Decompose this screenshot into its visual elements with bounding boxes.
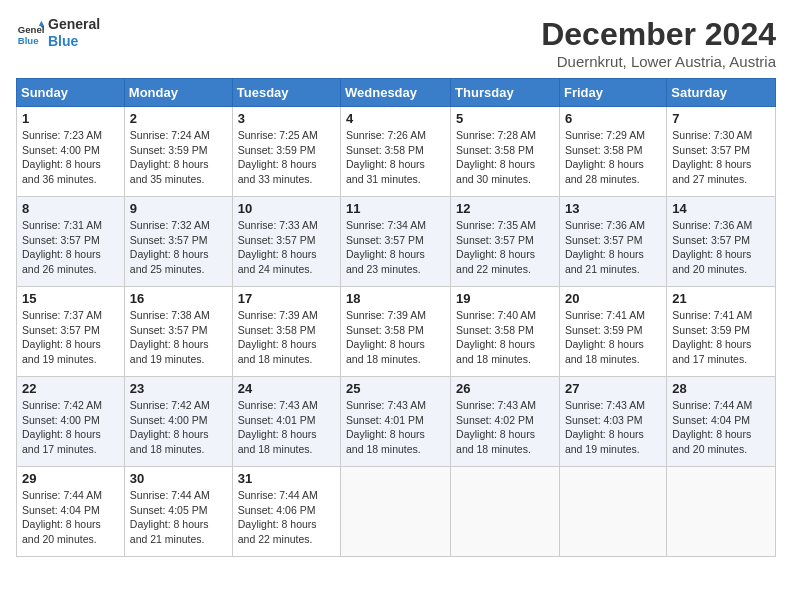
location-title: Duernkrut, Lower Austria, Austria [541, 53, 776, 70]
calendar-cell: 27Sunrise: 7:43 AMSunset: 4:03 PMDayligh… [559, 377, 666, 467]
day-number: 20 [565, 291, 661, 306]
logo-icon: General Blue [16, 19, 44, 47]
day-number: 23 [130, 381, 227, 396]
day-info: Sunrise: 7:23 AMSunset: 4:00 PMDaylight:… [22, 128, 119, 187]
day-info: Sunrise: 7:44 AMSunset: 4:06 PMDaylight:… [238, 488, 335, 547]
day-number: 28 [672, 381, 770, 396]
calendar-cell: 8Sunrise: 7:31 AMSunset: 3:57 PMDaylight… [17, 197, 125, 287]
calendar-cell: 6Sunrise: 7:29 AMSunset: 3:58 PMDaylight… [559, 107, 666, 197]
day-info: Sunrise: 7:39 AMSunset: 3:58 PMDaylight:… [346, 308, 445, 367]
day-info: Sunrise: 7:31 AMSunset: 3:57 PMDaylight:… [22, 218, 119, 277]
calendar-cell: 29Sunrise: 7:44 AMSunset: 4:04 PMDayligh… [17, 467, 125, 557]
calendar-cell: 24Sunrise: 7:43 AMSunset: 4:01 PMDayligh… [232, 377, 340, 467]
calendar-cell: 11Sunrise: 7:34 AMSunset: 3:57 PMDayligh… [341, 197, 451, 287]
day-info: Sunrise: 7:26 AMSunset: 3:58 PMDaylight:… [346, 128, 445, 187]
week-row-4: 22Sunrise: 7:42 AMSunset: 4:00 PMDayligh… [17, 377, 776, 467]
calendar-cell [341, 467, 451, 557]
day-number: 30 [130, 471, 227, 486]
calendar-cell: 10Sunrise: 7:33 AMSunset: 3:57 PMDayligh… [232, 197, 340, 287]
calendar-cell: 5Sunrise: 7:28 AMSunset: 3:58 PMDaylight… [451, 107, 560, 197]
day-number: 8 [22, 201, 119, 216]
day-number: 13 [565, 201, 661, 216]
calendar-cell [667, 467, 776, 557]
day-number: 3 [238, 111, 335, 126]
calendar-cell: 31Sunrise: 7:44 AMSunset: 4:06 PMDayligh… [232, 467, 340, 557]
weekday-header-row: SundayMondayTuesdayWednesdayThursdayFrid… [17, 79, 776, 107]
calendar-cell: 21Sunrise: 7:41 AMSunset: 3:59 PMDayligh… [667, 287, 776, 377]
week-row-3: 15Sunrise: 7:37 AMSunset: 3:57 PMDayligh… [17, 287, 776, 377]
day-info: Sunrise: 7:43 AMSunset: 4:01 PMDaylight:… [346, 398, 445, 457]
calendar-cell: 7Sunrise: 7:30 AMSunset: 3:57 PMDaylight… [667, 107, 776, 197]
weekday-header-monday: Monday [124, 79, 232, 107]
weekday-header-wednesday: Wednesday [341, 79, 451, 107]
day-info: Sunrise: 7:33 AMSunset: 3:57 PMDaylight:… [238, 218, 335, 277]
logo: General Blue General Blue [16, 16, 100, 50]
day-number: 7 [672, 111, 770, 126]
day-info: Sunrise: 7:36 AMSunset: 3:57 PMDaylight:… [672, 218, 770, 277]
calendar-cell: 16Sunrise: 7:38 AMSunset: 3:57 PMDayligh… [124, 287, 232, 377]
day-info: Sunrise: 7:30 AMSunset: 3:57 PMDaylight:… [672, 128, 770, 187]
calendar-cell: 30Sunrise: 7:44 AMSunset: 4:05 PMDayligh… [124, 467, 232, 557]
day-number: 19 [456, 291, 554, 306]
day-number: 14 [672, 201, 770, 216]
day-number: 18 [346, 291, 445, 306]
day-number: 4 [346, 111, 445, 126]
day-number: 22 [22, 381, 119, 396]
day-info: Sunrise: 7:42 AMSunset: 4:00 PMDaylight:… [22, 398, 119, 457]
week-row-5: 29Sunrise: 7:44 AMSunset: 4:04 PMDayligh… [17, 467, 776, 557]
calendar-cell: 22Sunrise: 7:42 AMSunset: 4:00 PMDayligh… [17, 377, 125, 467]
day-number: 25 [346, 381, 445, 396]
day-info: Sunrise: 7:44 AMSunset: 4:04 PMDaylight:… [672, 398, 770, 457]
calendar-cell: 4Sunrise: 7:26 AMSunset: 3:58 PMDaylight… [341, 107, 451, 197]
day-number: 27 [565, 381, 661, 396]
calendar-cell: 13Sunrise: 7:36 AMSunset: 3:57 PMDayligh… [559, 197, 666, 287]
day-number: 5 [456, 111, 554, 126]
calendar-cell: 26Sunrise: 7:43 AMSunset: 4:02 PMDayligh… [451, 377, 560, 467]
day-info: Sunrise: 7:41 AMSunset: 3:59 PMDaylight:… [672, 308, 770, 367]
day-number: 9 [130, 201, 227, 216]
day-number: 29 [22, 471, 119, 486]
weekday-header-thursday: Thursday [451, 79, 560, 107]
svg-text:Blue: Blue [18, 34, 39, 45]
calendar-table: SundayMondayTuesdayWednesdayThursdayFrid… [16, 78, 776, 557]
calendar-cell: 23Sunrise: 7:42 AMSunset: 4:00 PMDayligh… [124, 377, 232, 467]
day-info: Sunrise: 7:32 AMSunset: 3:57 PMDaylight:… [130, 218, 227, 277]
day-number: 2 [130, 111, 227, 126]
day-info: Sunrise: 7:43 AMSunset: 4:03 PMDaylight:… [565, 398, 661, 457]
day-info: Sunrise: 7:37 AMSunset: 3:57 PMDaylight:… [22, 308, 119, 367]
day-info: Sunrise: 7:42 AMSunset: 4:00 PMDaylight:… [130, 398, 227, 457]
header: General Blue General Blue December 2024 … [16, 16, 776, 70]
day-info: Sunrise: 7:34 AMSunset: 3:57 PMDaylight:… [346, 218, 445, 277]
calendar-cell: 9Sunrise: 7:32 AMSunset: 3:57 PMDaylight… [124, 197, 232, 287]
day-info: Sunrise: 7:40 AMSunset: 3:58 PMDaylight:… [456, 308, 554, 367]
day-info: Sunrise: 7:39 AMSunset: 3:58 PMDaylight:… [238, 308, 335, 367]
calendar-cell: 19Sunrise: 7:40 AMSunset: 3:58 PMDayligh… [451, 287, 560, 377]
calendar-cell: 14Sunrise: 7:36 AMSunset: 3:57 PMDayligh… [667, 197, 776, 287]
calendar-cell: 18Sunrise: 7:39 AMSunset: 3:58 PMDayligh… [341, 287, 451, 377]
day-number: 12 [456, 201, 554, 216]
calendar-cell: 28Sunrise: 7:44 AMSunset: 4:04 PMDayligh… [667, 377, 776, 467]
day-info: Sunrise: 7:43 AMSunset: 4:02 PMDaylight:… [456, 398, 554, 457]
weekday-header-tuesday: Tuesday [232, 79, 340, 107]
month-title: December 2024 [541, 16, 776, 53]
day-info: Sunrise: 7:38 AMSunset: 3:57 PMDaylight:… [130, 308, 227, 367]
calendar-cell: 17Sunrise: 7:39 AMSunset: 3:58 PMDayligh… [232, 287, 340, 377]
calendar-cell: 2Sunrise: 7:24 AMSunset: 3:59 PMDaylight… [124, 107, 232, 197]
day-info: Sunrise: 7:41 AMSunset: 3:59 PMDaylight:… [565, 308, 661, 367]
day-number: 31 [238, 471, 335, 486]
day-info: Sunrise: 7:35 AMSunset: 3:57 PMDaylight:… [456, 218, 554, 277]
day-info: Sunrise: 7:44 AMSunset: 4:04 PMDaylight:… [22, 488, 119, 547]
calendar-cell: 12Sunrise: 7:35 AMSunset: 3:57 PMDayligh… [451, 197, 560, 287]
week-row-2: 8Sunrise: 7:31 AMSunset: 3:57 PMDaylight… [17, 197, 776, 287]
calendar-cell: 1Sunrise: 7:23 AMSunset: 4:00 PMDaylight… [17, 107, 125, 197]
day-number: 26 [456, 381, 554, 396]
day-info: Sunrise: 7:43 AMSunset: 4:01 PMDaylight:… [238, 398, 335, 457]
logo-text-blue: Blue [48, 33, 100, 50]
title-block: December 2024 Duernkrut, Lower Austria, … [541, 16, 776, 70]
logo-text-general: General [48, 16, 100, 33]
weekday-header-friday: Friday [559, 79, 666, 107]
calendar-cell: 3Sunrise: 7:25 AMSunset: 3:59 PMDaylight… [232, 107, 340, 197]
calendar-cell: 20Sunrise: 7:41 AMSunset: 3:59 PMDayligh… [559, 287, 666, 377]
weekday-header-saturday: Saturday [667, 79, 776, 107]
day-number: 1 [22, 111, 119, 126]
